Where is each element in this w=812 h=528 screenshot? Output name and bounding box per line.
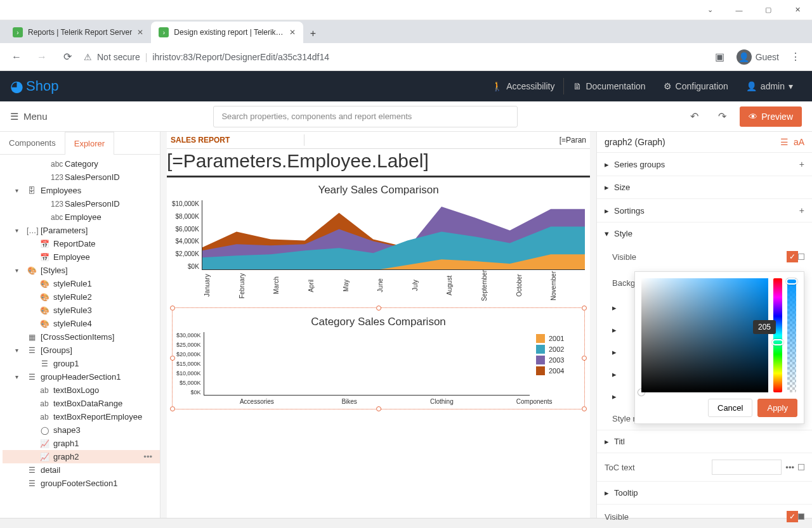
graph1-area-chart[interactable]: Yearly Sales Comparison $10,000K$8,000K$… <box>172 184 585 304</box>
expression-toggle[interactable] <box>798 464 804 470</box>
tree-item[interactable]: abcCategory <box>3 157 160 171</box>
tree-item[interactable]: ▾☰[Groups] <box>3 344 160 357</box>
tree-item[interactable]: abtextBoxDataRange <box>3 397 160 410</box>
forward-icon[interactable]: → <box>33 51 51 63</box>
section-style[interactable]: ▾Style <box>597 222 812 245</box>
add-icon[interactable]: + <box>799 205 804 216</box>
section-sortings[interactable]: ▸Sortings+ <box>597 199 812 222</box>
param-top: [=Paran <box>560 136 586 145</box>
tree-item[interactable]: 📅ReportDate <box>3 237 160 250</box>
back-icon[interactable]: ← <box>8 51 25 63</box>
user-icon: 👤 <box>746 81 757 91</box>
more-icon[interactable]: ••• <box>782 463 798 472</box>
configuration-link[interactable]: ⚙Configuration <box>655 81 737 91</box>
tab-components[interactable]: Components <box>0 132 65 154</box>
tree-item[interactable]: ☰detail <box>3 463 160 477</box>
tree-item[interactable]: ◯shape3 <box>3 423 160 437</box>
y-axis: $10,000K$8,000K$6,000K$4,000K$2,000K$0K <box>172 200 202 270</box>
profile-button[interactable]: 👤 Guest <box>737 49 779 65</box>
browser-tab[interactable]: › Design existing report | Telerik Re ✕ <box>151 22 303 43</box>
chevron-down-icon: ▾ <box>605 229 609 238</box>
tab-title: Reports | Telerik Report Server <box>28 28 132 37</box>
section-size[interactable]: ▸Size <box>597 176 812 198</box>
tab-close-icon[interactable]: ✕ <box>137 28 143 37</box>
tree-item[interactable]: 🎨styleRule2 <box>3 290 160 304</box>
section-series-groups[interactable]: ▸Series groups+ <box>597 153 812 176</box>
list-icon[interactable]: ☰ <box>780 137 789 147</box>
az-icon[interactable]: aA <box>794 137 804 147</box>
graph2-bar-chart[interactable]: Category Sales Comparison $30,000K$25,00… <box>172 307 585 409</box>
search-input[interactable]: Search properties, components and report… <box>213 106 518 127</box>
chevron-right-icon: ▸ <box>605 488 609 498</box>
checkbox-checked[interactable]: ✓ <box>787 511 798 522</box>
property-visible-2: Visible ✓ <box>597 505 812 528</box>
tree-item[interactable]: ▾🎨[Styles] <box>3 264 160 277</box>
add-icon[interactable]: + <box>799 159 804 169</box>
tree-item[interactable]: abtextBoxReportEmployee <box>3 410 160 423</box>
tree-item[interactable]: abcEmployee <box>3 210 160 224</box>
kebab-icon[interactable]: ⋮ <box>787 51 804 63</box>
tree-item[interactable]: 123SalesPersonID <box>3 197 160 210</box>
section-title[interactable]: ▸Titl <box>597 430 812 453</box>
expression-toggle[interactable] <box>798 513 804 520</box>
tab-close-icon[interactable]: ✕ <box>289 28 296 37</box>
area-plot <box>202 200 585 270</box>
window-close-icon[interactable]: ✕ <box>783 0 812 20</box>
url-text: ihristov:83/Report/DesignerEdit/a35c314d… <box>152 52 329 62</box>
address-bar[interactable]: ⚠ Not secure | ihristov:83/Report/Design… <box>84 52 704 62</box>
hue-slider[interactable] <box>773 278 782 392</box>
menu-button[interactable]: ☰ Menu <box>10 111 48 122</box>
tree-item[interactable]: 123SalesPersonID <box>3 171 160 184</box>
checkbox-checked[interactable]: ✓ <box>787 251 798 262</box>
hue-thumb[interactable] <box>772 339 783 345</box>
preview-button[interactable]: 👁 Preview <box>740 106 802 127</box>
tree-item[interactable]: ▾☰groupHeaderSection1 <box>3 370 160 383</box>
app-logo[interactable]: ◕ Shop <box>10 77 58 95</box>
designer-toolbar: ☰ Menu Search properties, components and… <box>0 101 812 132</box>
tree-item[interactable]: 🎨styleRule4 <box>3 317 160 330</box>
tree-item[interactable]: 📈graph2••• <box>3 450 160 463</box>
panel-icon[interactable]: ▣ <box>711 51 729 63</box>
alpha-slider[interactable] <box>787 278 796 392</box>
expression-toggle[interactable] <box>798 254 804 260</box>
tree-item[interactable]: ☰groupFooterSection1 <box>3 477 160 490</box>
documentation-link[interactable]: 🗎Documentation <box>564 81 654 91</box>
color-gradient[interactable] <box>641 278 768 392</box>
eye-icon: 👁 <box>749 112 757 122</box>
not-secure-label: Not secure <box>97 52 140 62</box>
browser-tab[interactable]: › Reports | Telerik Report Server ✕ <box>5 22 151 43</box>
tree-item[interactable]: 📈graph1 <box>3 437 160 450</box>
tab-explorer[interactable]: Explorer <box>65 132 114 155</box>
tree-item[interactable]: 🎨styleRule1 <box>3 277 160 290</box>
report-header-row: SALES REPORT [=Paran <box>167 132 590 149</box>
tree-item[interactable]: ▾🗄Employees <box>3 184 160 197</box>
design-canvas[interactable]: SALES REPORT [=Paran [=Parameters.Employ… <box>160 132 596 518</box>
tree-item[interactable]: 🎨styleRule3 <box>3 304 160 317</box>
reload-icon[interactable]: ⟳ <box>58 51 76 63</box>
window-maximize-icon[interactable]: ▢ <box>754 0 783 20</box>
x-axis: JanuaryFebruaryMarchAprilMayJuneJulyAugu… <box>172 270 585 304</box>
tree-item[interactable]: abtextBoxLogo <box>3 383 160 397</box>
logo-text: Shop <box>26 78 58 94</box>
cancel-button[interactable]: Cancel <box>708 399 752 417</box>
toc-input[interactable] <box>712 460 782 475</box>
window-minimize-icon[interactable]: ― <box>724 0 754 20</box>
redo-icon[interactable]: ↷ <box>712 110 732 122</box>
tree-item[interactable]: ▾[…][Parameters] <box>3 224 160 237</box>
tree-item[interactable]: 📅Employee <box>3 250 160 264</box>
gradient-cursor[interactable] <box>638 389 645 396</box>
window-chevron-icon[interactable]: ⌄ <box>695 0 724 20</box>
apply-button[interactable]: Apply <box>757 399 797 417</box>
admin-menu[interactable]: 👤admin▾ <box>737 81 802 91</box>
window-titlebar: ⌄ ― ▢ ✕ <box>0 0 812 20</box>
accessibility-link[interactable]: 🚶Accessibility <box>483 81 563 91</box>
chart-title: Category Sales Comparison <box>176 316 580 328</box>
undo-icon[interactable]: ↶ <box>684 110 704 122</box>
explorer-tree[interactable]: abcCategory123SalesPersonID▾🗄Employees12… <box>0 155 160 518</box>
tree-item[interactable]: ☰group1 <box>3 357 160 370</box>
section-tooltip[interactable]: ▸Tooltip <box>597 482 812 504</box>
alpha-thumb[interactable] <box>786 278 797 285</box>
properties-panel: graph2 (Graph) ☰ aA ▸Series groups+ ▸Siz… <box>596 132 812 518</box>
tree-item[interactable]: ▦[CrossSectionItems] <box>3 330 160 344</box>
new-tab-button[interactable]: + <box>303 24 322 43</box>
